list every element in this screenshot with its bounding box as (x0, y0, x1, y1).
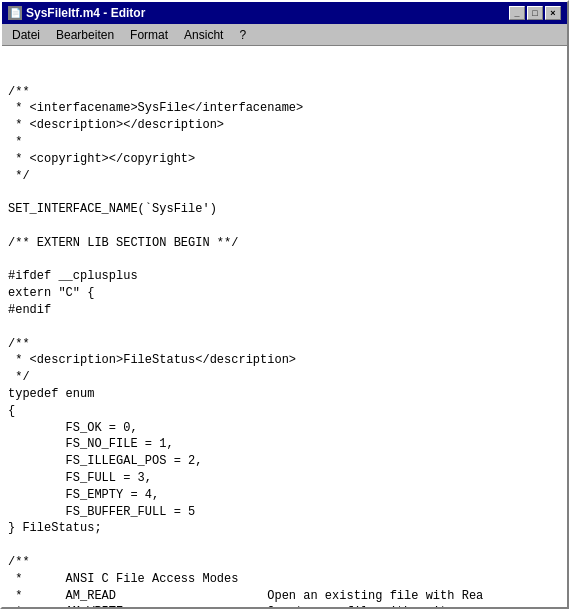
code-line: { (8, 403, 561, 420)
menu-format[interactable]: Format (122, 26, 176, 44)
menu-help[interactable]: ? (231, 26, 254, 44)
code-line: #ifdef __cplusplus (8, 268, 561, 285)
close-button[interactable]: × (545, 6, 561, 20)
code-line: } FileStatus; (8, 520, 561, 537)
code-line: FS_FULL = 3, (8, 470, 561, 487)
code-line: #endif (8, 302, 561, 319)
code-line (8, 252, 561, 269)
code-line (8, 218, 561, 235)
code-line: * ANSI C File Access Modes (8, 571, 561, 588)
code-line: * <copyright></copyright> (8, 151, 561, 168)
code-line: * <description>FileStatus</description> (8, 352, 561, 369)
title-buttons: _ □ × (509, 6, 561, 20)
code-line: typedef enum (8, 386, 561, 403)
menu-datei[interactable]: Datei (4, 26, 48, 44)
code-line (8, 319, 561, 336)
menu-bar: Datei Bearbeiten Format Ansicht ? (2, 24, 567, 46)
code-line: FS_OK = 0, (8, 420, 561, 437)
code-line: /** (8, 84, 561, 101)
title-bar: 📄 SysFileItf.m4 - Editor _ □ × (2, 2, 567, 24)
main-window: 📄 SysFileItf.m4 - Editor _ □ × Datei Bea… (0, 0, 569, 609)
code-line: * <interfacename>SysFile</interfacename> (8, 100, 561, 117)
code-line (8, 537, 561, 554)
menu-ansicht[interactable]: Ansicht (176, 26, 231, 44)
window-title: SysFileItf.m4 - Editor (26, 6, 145, 20)
code-line: /** EXTERN LIB SECTION BEGIN **/ (8, 235, 561, 252)
code-line: FS_BUFFER_FULL = 5 (8, 504, 561, 521)
code-line: * <description></description> (8, 117, 561, 134)
maximize-button[interactable]: □ (527, 6, 543, 20)
menu-bearbeiten[interactable]: Bearbeiten (48, 26, 122, 44)
code-line: /** (8, 554, 561, 571)
app-icon: 📄 (8, 6, 22, 20)
code-line: FS_ILLEGAL_POS = 2, (8, 453, 561, 470)
code-line: * AM_WRITE Create new file with write ac… (8, 604, 561, 607)
code-line: FS_EMPTY = 4, (8, 487, 561, 504)
code-line (8, 184, 561, 201)
code-editor[interactable]: /** * <interfacename>SysFile</interfacen… (2, 46, 567, 607)
code-line: FS_NO_FILE = 1, (8, 436, 561, 453)
code-line: /** (8, 336, 561, 353)
code-line: * (8, 134, 561, 151)
code-line: */ (8, 168, 561, 185)
code-line: SET_INTERFACE_NAME(`SysFile') (8, 201, 561, 218)
code-line: */ (8, 369, 561, 386)
minimize-button[interactable]: _ (509, 6, 525, 20)
code-line: extern "C" { (8, 285, 561, 302)
code-line: * AM_READ Open an existing file with Rea (8, 588, 561, 605)
title-bar-left: 📄 SysFileItf.m4 - Editor (8, 6, 145, 20)
